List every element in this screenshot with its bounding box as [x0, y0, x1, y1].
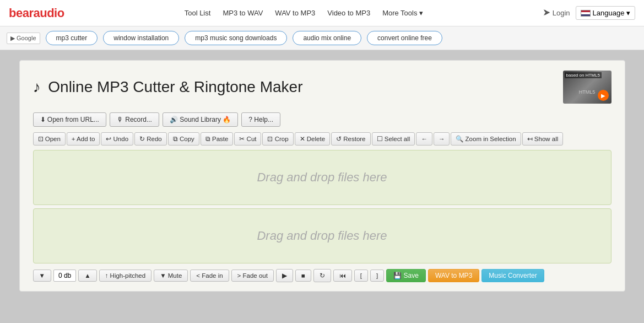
toolbar-open[interactable]: ⊡ Open — [33, 132, 66, 146]
search-pill-0[interactable]: mp3 cutter — [46, 31, 98, 45]
toolbar-add-to[interactable]: + Add to — [67, 132, 100, 146]
search-pill-1[interactable]: window installation — [103, 31, 179, 45]
drop-zone-1[interactable]: Drag and drop files here — [33, 150, 611, 205]
flag-icon — [581, 10, 591, 17]
toolbar-cut[interactable]: ✂ Cut — [234, 132, 261, 146]
google-badge: ▶ Google — [7, 33, 40, 44]
nav-right: ⮞ Login Language ▾ — [543, 6, 635, 20]
toolbar-redo[interactable]: ↻ Redo — [134, 132, 167, 146]
search-pill-3[interactable]: audio mix online — [293, 31, 361, 45]
fade-in-button[interactable]: < Fade in — [190, 270, 229, 282]
mute-button[interactable]: ▼ Mute — [154, 270, 188, 282]
record-button[interactable]: 🎙 Record... — [110, 112, 159, 127]
logo-bear: bear — [9, 6, 33, 20]
logo-audio: audio — [33, 6, 64, 20]
login-button[interactable]: ⮞ Login — [543, 9, 570, 17]
bracket-left-button[interactable]: [ — [354, 270, 368, 282]
drop-zone-2[interactable]: Drag and drop files here — [33, 208, 611, 263]
toolbar-show-all[interactable]: ↤ Show all — [522, 132, 564, 146]
help-button[interactable]: ? Help... — [241, 112, 280, 127]
rewind-button[interactable]: ⏮ — [333, 270, 352, 282]
html5-label: based on HTML5 — [565, 72, 602, 78]
toolbar-delete[interactable]: ✕ Delete — [295, 132, 330, 146]
toolbar: ⊡ Open + Add to ↩ Undo ↻ Redo ⧉ Copy ⧉ P… — [33, 132, 611, 146]
search-pill-4[interactable]: convert online free — [367, 31, 442, 45]
video-play-button[interactable]: ▶ — [598, 90, 609, 101]
toolbar-crop[interactable]: ⊡ Crop — [262, 132, 293, 146]
high-pitched-button[interactable]: ↑ High-pitched — [99, 270, 152, 282]
vol-down-button[interactable]: ▼ — [33, 270, 51, 282]
vol-up-button[interactable]: ▲ — [78, 270, 96, 282]
toolbar-arrow-left[interactable]: ← — [416, 132, 432, 146]
music-converter-button[interactable]: Music Converter — [481, 269, 544, 282]
wav-to-mp3-button[interactable]: WAV to MP3 — [428, 269, 479, 282]
bracket-right-button[interactable]: ] — [370, 270, 384, 282]
nav-tool-list[interactable]: Tool List — [185, 9, 211, 17]
nav-wav-to-mp3[interactable]: WAV to MP3 — [275, 9, 315, 17]
loop-button[interactable]: ↻ — [313, 269, 331, 282]
search-bar: ▶ Google mp3 cutter window installation … — [0, 26, 644, 50]
toolbar-arrow-right[interactable]: → — [434, 132, 450, 146]
drop-zone-1-text: Drag and drop files here — [257, 170, 387, 185]
nav-more-tools[interactable]: More Tools ▾ — [382, 9, 423, 17]
action-buttons: ⬇ Open from URL... 🎙 Record... 🔊 Sound L… — [33, 112, 611, 127]
language-button[interactable]: Language ▾ — [576, 6, 635, 20]
nav-links: Tool List MP3 to WAV WAV to MP3 Video to… — [75, 9, 532, 17]
fade-out-button[interactable]: > Fade out — [231, 270, 274, 282]
page-title: ♪ Online MP3 Cutter & Ringtone Maker — [33, 78, 303, 96]
open-url-button[interactable]: ⬇ Open from URL... — [33, 112, 106, 127]
toolbar-restore[interactable]: ↺ Restore — [331, 132, 370, 146]
nav-mp3-to-wav[interactable]: MP3 to WAV — [223, 9, 263, 17]
toolbar-undo[interactable]: ↩ Undo — [101, 132, 133, 146]
language-label: Language ▾ — [593, 9, 630, 17]
nav-video-to-mp3[interactable]: Video to MP3 — [327, 9, 370, 17]
sound-library-button[interactable]: 🔊 Sound Library 🔥 — [163, 112, 238, 127]
music-icon: ♪ — [33, 78, 41, 95]
toolbar-select-all[interactable]: ☐ Select all — [372, 132, 415, 146]
title-row: ♪ Online MP3 Cutter & Ringtone Maker bas… — [33, 71, 611, 104]
toolbar-zoom-selection[interactable]: 🔍 Zoom in Selection — [451, 132, 521, 146]
navbar: bearaudio Tool List MP3 to WAV WAV to MP… — [0, 0, 644, 26]
search-pill-2[interactable]: mp3 music song downloads — [185, 31, 287, 45]
drop-zone-2-text: Drag and drop files here — [257, 229, 387, 243]
bottom-toolbar: ▼ 0 db ▲ ↑ High-pitched ▼ Mute < Fade in… — [33, 269, 611, 282]
db-display: 0 db — [53, 270, 76, 282]
video-thumbnail[interactable]: based on HTML5 HTML5 ▶ — [563, 71, 611, 104]
play-button[interactable]: ▶ — [276, 269, 293, 282]
page-title-text: Online MP3 Cutter & Ringtone Maker — [48, 78, 302, 95]
main-content: ♪ Online MP3 Cutter & Ringtone Maker bas… — [19, 60, 625, 292]
toolbar-paste[interactable]: ⧉ Paste — [201, 132, 234, 146]
toolbar-copy[interactable]: ⧉ Copy — [168, 132, 199, 146]
logo: bearaudio — [9, 6, 64, 20]
save-button[interactable]: 💾 Save — [386, 269, 426, 282]
stop-button[interactable]: ■ — [295, 270, 311, 282]
